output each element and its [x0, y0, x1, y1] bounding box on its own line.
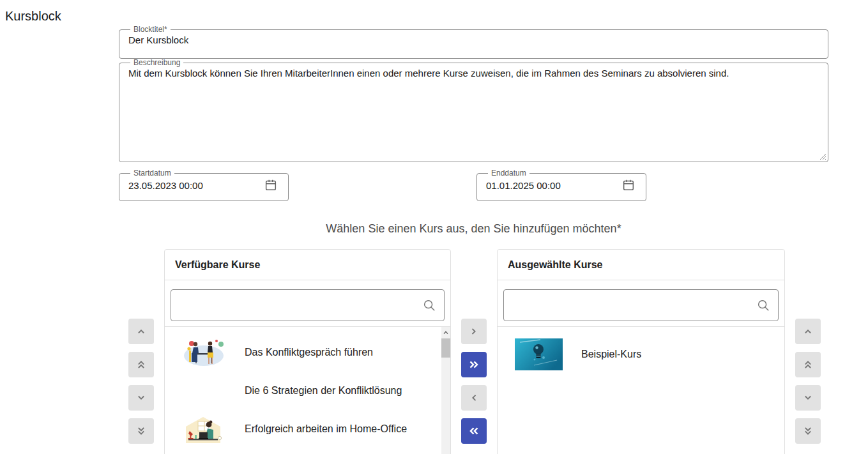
chevron-left-icon [468, 391, 480, 404]
course-thumbnail-lightbulb-photo [515, 338, 563, 370]
enddatum-input[interactable] [485, 179, 620, 195]
available-search-input[interactable] [171, 289, 445, 321]
available-move-top-button[interactable] [128, 352, 154, 377]
available-courses-title: Verfügbare Kurse [165, 250, 450, 280]
enddatum-field: Enddatum [476, 169, 646, 201]
beschreibung-field: Beschreibung Mit dem Kursblock können Si… [119, 59, 828, 162]
chevron-right-icon [468, 325, 480, 338]
blocktitel-field: Blocktitel* [119, 26, 828, 59]
startdatum-label: Startdatum [130, 169, 174, 177]
available-reorder-buttons [128, 319, 154, 444]
selected-course-list: Beispiel-Kurs [498, 326, 784, 454]
transfer-buttons [461, 319, 487, 444]
chevron-up-icon [443, 329, 449, 336]
available-course-list: Das Konfliktgespräch führen Die 6 Strate… [165, 326, 450, 454]
calendar-icon [264, 178, 278, 192]
move-all-right-button[interactable] [461, 352, 487, 377]
list-item[interactable]: Erfolgreich arbeiten im Home-Office [165, 410, 450, 448]
chevrons-right-icon [467, 358, 481, 372]
selected-move-top-button[interactable] [795, 352, 821, 377]
list-item[interactable]: Das Konfliktgespräch führen [165, 333, 450, 372]
selected-search [503, 289, 779, 321]
available-move-down-button[interactable] [128, 385, 154, 411]
selected-move-bottom-button[interactable] [795, 418, 821, 444]
course-thumbnail-blank [180, 376, 227, 406]
resize-handle-icon[interactable] [819, 153, 826, 160]
available-courses-panel: Verfügbare Kurse [164, 249, 451, 454]
startdatum-field: Startdatum [119, 169, 289, 201]
startdatum-input[interactable] [127, 179, 263, 195]
course-item-label: Die 6 Strategien der Konfliktlösung [245, 385, 402, 397]
kursblock-form: Blocktitel* Beschreibung Mit dem Kursblo… [119, 26, 828, 201]
list-item[interactable]: Die 6 Strategien der Konfliktlösung [165, 372, 450, 410]
move-right-button[interactable] [461, 319, 487, 344]
blocktitel-label: Blocktitel* [130, 26, 171, 33]
course-item-label: Beispiel-Kurs [581, 349, 641, 360]
blocktitel-input[interactable] [127, 33, 821, 49]
scrollbar-thumb[interactable] [441, 338, 450, 358]
chevrons-left-icon [467, 424, 481, 438]
chevrons-up-icon [802, 358, 814, 371]
dates-row: Startdatum Enddatum [119, 169, 828, 201]
course-thumbnail-conflict-illustration [180, 338, 227, 368]
selected-move-down-button[interactable] [795, 385, 821, 411]
selected-search-input[interactable] [503, 289, 779, 321]
available-search [171, 289, 445, 321]
list-item[interactable]: Beispiel-Kurs [498, 327, 784, 382]
available-move-up-button[interactable] [128, 319, 154, 344]
course-select-instruction: Wählen Sie einen Kurs aus, den Sie hinzu… [119, 222, 828, 236]
calendar-icon [621, 178, 636, 192]
available-list-scrollbar[interactable] [441, 327, 450, 454]
beschreibung-textarea[interactable]: Mit dem Kursblock können Sie Ihren Mitar… [127, 66, 820, 142]
course-thumbnail-home-office-illustration [180, 414, 227, 444]
selected-courses-panel: Ausgewählte Kurse [497, 249, 785, 454]
chevrons-down-icon [802, 425, 814, 437]
page-title: Kursblock [5, 9, 61, 24]
dates-spacer [289, 169, 476, 201]
enddatum-label: Enddatum [488, 169, 529, 177]
beschreibung-label: Beschreibung [130, 59, 183, 66]
selected-courses-title: Ausgewählte Kurse [498, 250, 784, 280]
selected-move-up-button[interactable] [795, 319, 821, 344]
course-item-label: Das Konfliktgespräch führen [245, 347, 373, 358]
move-all-left-button[interactable] [461, 418, 487, 444]
chevron-up-icon [802, 325, 814, 338]
chevrons-down-icon [135, 425, 148, 437]
enddatum-calendar-button[interactable] [620, 177, 637, 193]
chevron-down-icon [135, 391, 148, 404]
course-transfer-section: Verfügbare Kurse [128, 249, 821, 454]
chevron-up-icon [135, 325, 148, 338]
available-move-bottom-button[interactable] [128, 418, 154, 444]
course-item-label: Erfolgreich arbeiten im Home-Office [245, 423, 407, 435]
scrollbar-up-button[interactable] [441, 327, 450, 338]
selected-reorder-buttons [795, 319, 821, 444]
move-left-button[interactable] [461, 385, 487, 411]
chevron-down-icon [802, 391, 814, 404]
startdatum-calendar-button[interactable] [263, 177, 279, 193]
chevrons-up-icon [135, 358, 148, 371]
